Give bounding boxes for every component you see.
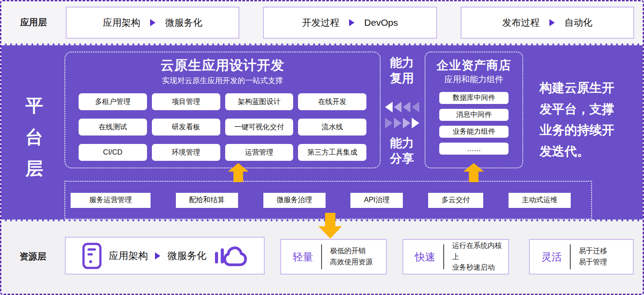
app-box-right-text: 微服务化: [165, 16, 203, 29]
design-box-title: 云原生应用设计开发: [65, 56, 380, 75]
divider: [443, 244, 444, 269]
platform-layer-band: 平台层 云原生应用设计开发 实现对云原生应用开发的一站式支撑 多租户管理 项目管…: [1, 44, 643, 221]
resource-layer-band: 资源层 应用架构 微服务化 轻量: [1, 221, 643, 294]
design-chip: 环境管理: [152, 144, 220, 161]
service-chip: 服务运营管理: [71, 193, 151, 208]
divider: [570, 244, 571, 269]
design-chip: 在线开发: [298, 93, 366, 110]
triangle-right-icon: [394, 118, 402, 128]
design-chip: 流水线: [298, 119, 366, 136]
app-box-right-text: 自动化: [564, 16, 592, 29]
asset-chip: ……: [439, 143, 509, 155]
asset-chip: 业务能力组件: [439, 126, 509, 138]
capability-share-label: 能力 分享: [382, 136, 422, 167]
triangle-right-icon: [385, 118, 393, 128]
triangle-right-icon: [403, 118, 410, 128]
capability-reuse-label: 能力 复用: [382, 55, 422, 86]
design-box-subtitle: 实现对云原生应用开发的一站式支撑: [65, 76, 380, 86]
triangle-left-icon: [403, 102, 410, 112]
app-box-left-text: 开发过程: [302, 16, 339, 29]
feature-desc: 运行在系统内核上 业务秒速启动: [452, 240, 508, 273]
service-chip: 配给和结算: [176, 193, 238, 208]
feature-flexible: 灵活 易于迁移 易于管理: [529, 239, 634, 275]
arrows-right-icon: [382, 118, 422, 128]
app-box-left-text: 应用架构: [103, 16, 140, 29]
design-chip: 第三方工具集成: [298, 144, 366, 161]
design-chip: 运营管理: [225, 144, 294, 161]
design-chip: 多租户管理: [79, 93, 147, 110]
architecture-diagram: 应用层 应用架构 微服务化 开发过程 DevOps 发布过程 自动化 平台层 云…: [0, 0, 644, 295]
design-chip: 项目管理: [152, 93, 220, 110]
app-box-right-text: DevOps: [364, 17, 398, 28]
triangle-left-icon: [412, 102, 419, 112]
design-chip: 架构蓝图设计: [225, 93, 294, 110]
design-chip: 研发看板: [152, 119, 220, 136]
arrows-left-icon: [382, 102, 422, 112]
service-chip: 微服务治理: [263, 193, 326, 208]
asset-store-title: 企业资产商店: [425, 57, 522, 73]
application-layer-label: 应用层: [1, 16, 66, 28]
asset-store-subtitle: 应用和能力组件: [425, 74, 522, 85]
service-chip: API治理: [350, 193, 403, 208]
feature-desc: 极低的开销 高效使用资源: [330, 246, 373, 268]
resource-layer-label: 资源层: [20, 251, 46, 263]
feature-fast: 快速 运行在系统内核上 业务秒速启动: [402, 239, 509, 275]
feature-name: 快速: [415, 250, 435, 264]
app-box-dev-process: 开发过程 DevOps: [263, 7, 437, 39]
feature-name: 轻量: [293, 250, 313, 264]
divider: [321, 244, 322, 269]
platform-layer-label: 平台层: [24, 90, 44, 185]
triangle-left-icon: [394, 102, 402, 112]
service-chip: 多云交付: [428, 193, 483, 208]
design-chip: 一键可视化交付: [225, 119, 294, 136]
arrow-right-icon: [549, 19, 555, 26]
arch-box-left-text: 应用架构: [109, 249, 148, 263]
arrow-right-icon: [349, 19, 354, 26]
app-box-left-text: 发布过程: [502, 16, 540, 29]
feature-desc: 易于迁移 易于管理: [579, 246, 607, 268]
design-chip: 在线测试: [79, 119, 147, 136]
resource-arch-box: 应用架构 微服务化: [65, 237, 265, 275]
cloud-native-design-box: 云原生应用设计开发 实现对云原生应用开发的一站式支撑 多租户管理 项目管理 架构…: [64, 52, 381, 168]
cloud-icon: [214, 244, 247, 268]
arch-box-right-text: 微服务化: [167, 249, 207, 263]
platform-slogan: 构建云原生开发平台，支撑业务的持续开发迭代。: [540, 77, 616, 162]
app-box-architecture: 应用架构 微服务化: [66, 7, 239, 39]
application-layer-band: 应用层 应用架构 微服务化 开发过程 DevOps 发布过程 自动化: [1, 1, 643, 44]
arrow-right-icon: [150, 19, 155, 26]
asset-store-list: 数据库中间件 消息中间件 业务能力组件 ……: [439, 92, 509, 155]
triangle-left-icon: [385, 102, 393, 112]
app-box-release-process: 发布过程 自动化: [461, 7, 634, 39]
arrow-right-icon: [155, 252, 160, 259]
asset-chip: 消息中间件: [439, 109, 509, 121]
server-icon: [82, 243, 102, 269]
design-chip: CI/CD: [79, 144, 147, 161]
asset-chip: 数据库中间件: [439, 92, 509, 104]
design-box-grid: 多租户管理 项目管理 架构蓝图设计 在线开发 在线测试 研发看板 一键可视化交付…: [79, 93, 366, 161]
service-chip: 主动式运维: [509, 193, 571, 208]
feature-lightweight: 轻量 极低的开销 高效使用资源: [280, 239, 387, 275]
feature-name: 灵活: [541, 250, 562, 264]
triangle-right-icon: [412, 118, 419, 128]
application-layer-boxes: 应用架构 微服务化 开发过程 DevOps 发布过程 自动化: [66, 7, 634, 39]
asset-store-box: 企业资产商店 应用和能力组件 数据库中间件 消息中间件 业务能力组件 ……: [425, 52, 523, 168]
